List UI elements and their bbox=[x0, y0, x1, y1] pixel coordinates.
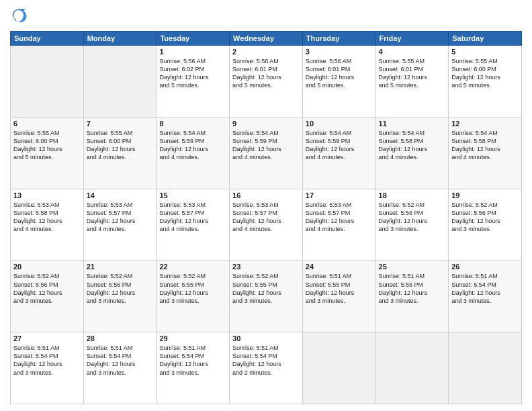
cell-info: Sunrise: 5:54 AM Sunset: 5:59 PM Dayligh… bbox=[306, 129, 373, 162]
cell-info: Sunrise: 5:52 AM Sunset: 5:56 PM Dayligh… bbox=[87, 272, 154, 305]
cell-info: Sunrise: 5:53 AM Sunset: 5:58 PM Dayligh… bbox=[13, 201, 81, 234]
cell-info: Sunrise: 5:54 AM Sunset: 5:59 PM Dayligh… bbox=[159, 129, 226, 162]
cell-info: Sunrise: 5:56 AM Sunset: 6:01 PM Dayligh… bbox=[306, 57, 373, 90]
day-number: 7 bbox=[87, 120, 154, 128]
calendar-cell: 15Sunrise: 5:53 AM Sunset: 5:57 PM Dayli… bbox=[157, 189, 230, 261]
calendar-cell bbox=[11, 46, 84, 118]
day-number: 11 bbox=[379, 120, 446, 128]
day-number: 9 bbox=[232, 120, 300, 128]
calendar-cell: 27Sunrise: 5:51 AM Sunset: 5:54 PM Dayli… bbox=[11, 332, 84, 404]
cell-info: Sunrise: 5:51 AM Sunset: 5:55 PM Dayligh… bbox=[306, 272, 373, 305]
calendar-cell: 14Sunrise: 5:53 AM Sunset: 5:57 PM Dayli… bbox=[83, 189, 157, 261]
cell-info: Sunrise: 5:54 AM Sunset: 5:59 PM Dayligh… bbox=[232, 129, 300, 162]
calendar-cell: 10Sunrise: 5:54 AM Sunset: 5:59 PM Dayli… bbox=[302, 117, 375, 189]
calendar-cell: 11Sunrise: 5:54 AM Sunset: 5:58 PM Dayli… bbox=[375, 117, 449, 189]
day-number: 30 bbox=[232, 334, 300, 342]
calendar-cell: 5Sunrise: 5:55 AM Sunset: 6:00 PM Daylig… bbox=[449, 46, 522, 118]
day-number: 25 bbox=[379, 263, 446, 271]
calendar-cell: 13Sunrise: 5:53 AM Sunset: 5:58 PM Dayli… bbox=[11, 189, 84, 261]
calendar-cell: 7Sunrise: 5:55 AM Sunset: 6:00 PM Daylig… bbox=[83, 117, 157, 189]
day-number: 2 bbox=[232, 48, 300, 56]
calendar-cell: 6Sunrise: 5:55 AM Sunset: 6:00 PM Daylig… bbox=[11, 117, 84, 189]
calendar-cell: 17Sunrise: 5:53 AM Sunset: 5:57 PM Dayli… bbox=[302, 189, 375, 261]
day-number: 18 bbox=[379, 191, 446, 199]
calendar-cell: 19Sunrise: 5:52 AM Sunset: 5:56 PM Dayli… bbox=[449, 189, 522, 261]
cell-info: Sunrise: 5:52 AM Sunset: 5:56 PM Dayligh… bbox=[379, 201, 446, 234]
day-number: 3 bbox=[306, 48, 373, 56]
calendar-cell bbox=[83, 46, 157, 118]
day-header: Sunday bbox=[11, 32, 84, 46]
day-header: Tuesday bbox=[157, 32, 230, 46]
header bbox=[10, 7, 522, 26]
cell-info: Sunrise: 5:56 AM Sunset: 6:01 PM Dayligh… bbox=[232, 57, 300, 90]
day-number: 21 bbox=[87, 263, 154, 271]
day-number: 4 bbox=[379, 48, 446, 56]
calendar-cell bbox=[375, 332, 449, 404]
calendar-cell: 30Sunrise: 5:51 AM Sunset: 5:54 PM Dayli… bbox=[230, 332, 303, 404]
cell-info: Sunrise: 5:51 AM Sunset: 5:54 PM Dayligh… bbox=[87, 344, 154, 377]
day-header: Saturday bbox=[449, 32, 522, 46]
cell-info: Sunrise: 5:54 AM Sunset: 5:58 PM Dayligh… bbox=[379, 129, 446, 162]
cell-info: Sunrise: 5:53 AM Sunset: 5:57 PM Dayligh… bbox=[159, 201, 226, 234]
cell-info: Sunrise: 5:51 AM Sunset: 5:54 PM Dayligh… bbox=[232, 344, 300, 377]
cell-info: Sunrise: 5:52 AM Sunset: 5:55 PM Dayligh… bbox=[159, 272, 226, 305]
cell-info: Sunrise: 5:52 AM Sunset: 5:56 PM Dayligh… bbox=[13, 272, 81, 305]
calendar-cell: 12Sunrise: 5:54 AM Sunset: 5:58 PM Dayli… bbox=[449, 117, 522, 189]
day-number: 15 bbox=[159, 191, 226, 199]
cell-info: Sunrise: 5:55 AM Sunset: 6:01 PM Dayligh… bbox=[379, 57, 446, 90]
cell-info: Sunrise: 5:54 AM Sunset: 5:58 PM Dayligh… bbox=[451, 129, 519, 162]
day-number: 10 bbox=[306, 120, 373, 128]
calendar-table: SundayMondayTuesdayWednesdayThursdayFrid… bbox=[10, 31, 522, 404]
calendar-cell: 21Sunrise: 5:52 AM Sunset: 5:56 PM Dayli… bbox=[83, 261, 157, 332]
calendar-week-row: 27Sunrise: 5:51 AM Sunset: 5:54 PM Dayli… bbox=[11, 332, 522, 404]
day-number: 13 bbox=[13, 191, 81, 199]
cell-info: Sunrise: 5:56 AM Sunset: 6:02 PM Dayligh… bbox=[159, 57, 226, 90]
calendar-cell: 29Sunrise: 5:51 AM Sunset: 5:54 PM Dayli… bbox=[157, 332, 230, 404]
calendar-header-row: SundayMondayTuesdayWednesdayThursdayFrid… bbox=[11, 32, 522, 46]
day-number: 29 bbox=[159, 334, 226, 342]
day-number: 14 bbox=[87, 191, 154, 199]
day-number: 8 bbox=[159, 120, 226, 128]
calendar-week-row: 1Sunrise: 5:56 AM Sunset: 6:02 PM Daylig… bbox=[11, 46, 522, 118]
day-header: Friday bbox=[375, 32, 449, 46]
calendar-cell: 24Sunrise: 5:51 AM Sunset: 5:55 PM Dayli… bbox=[302, 261, 375, 332]
calendar-cell: 22Sunrise: 5:52 AM Sunset: 5:55 PM Dayli… bbox=[157, 261, 230, 332]
calendar-week-row: 20Sunrise: 5:52 AM Sunset: 5:56 PM Dayli… bbox=[11, 261, 522, 332]
calendar-cell bbox=[302, 332, 375, 404]
day-number: 26 bbox=[451, 263, 519, 271]
calendar-cell: 26Sunrise: 5:51 AM Sunset: 5:54 PM Dayli… bbox=[449, 261, 522, 332]
calendar-cell: 1Sunrise: 5:56 AM Sunset: 6:02 PM Daylig… bbox=[157, 46, 230, 118]
calendar-cell: 28Sunrise: 5:51 AM Sunset: 5:54 PM Dayli… bbox=[83, 332, 157, 404]
cell-info: Sunrise: 5:52 AM Sunset: 5:55 PM Dayligh… bbox=[232, 272, 300, 305]
day-number: 16 bbox=[232, 191, 300, 199]
page: SundayMondayTuesdayWednesdayThursdayFrid… bbox=[0, 0, 532, 411]
day-number: 20 bbox=[13, 263, 81, 271]
calendar-cell bbox=[449, 332, 522, 404]
day-number: 19 bbox=[451, 191, 519, 199]
day-number: 12 bbox=[451, 120, 519, 128]
calendar-cell: 18Sunrise: 5:52 AM Sunset: 5:56 PM Dayli… bbox=[375, 189, 449, 261]
cell-info: Sunrise: 5:55 AM Sunset: 6:00 PM Dayligh… bbox=[451, 57, 519, 90]
logo-icon bbox=[10, 7, 29, 26]
calendar-cell: 25Sunrise: 5:51 AM Sunset: 5:55 PM Dayli… bbox=[375, 261, 449, 332]
calendar-cell: 2Sunrise: 5:56 AM Sunset: 6:01 PM Daylig… bbox=[230, 46, 303, 118]
cell-info: Sunrise: 5:51 AM Sunset: 5:54 PM Dayligh… bbox=[159, 344, 226, 377]
calendar-cell: 16Sunrise: 5:53 AM Sunset: 5:57 PM Dayli… bbox=[230, 189, 303, 261]
day-header: Wednesday bbox=[230, 32, 303, 46]
day-number: 6 bbox=[13, 120, 81, 128]
calendar-cell: 3Sunrise: 5:56 AM Sunset: 6:01 PM Daylig… bbox=[302, 46, 375, 118]
cell-info: Sunrise: 5:53 AM Sunset: 5:57 PM Dayligh… bbox=[306, 201, 373, 234]
day-header: Thursday bbox=[302, 32, 375, 46]
day-number: 27 bbox=[13, 334, 81, 342]
cell-info: Sunrise: 5:55 AM Sunset: 6:00 PM Dayligh… bbox=[87, 129, 154, 162]
cell-info: Sunrise: 5:51 AM Sunset: 5:54 PM Dayligh… bbox=[13, 344, 81, 377]
calendar-cell: 4Sunrise: 5:55 AM Sunset: 6:01 PM Daylig… bbox=[375, 46, 449, 118]
calendar-cell: 20Sunrise: 5:52 AM Sunset: 5:56 PM Dayli… bbox=[11, 261, 84, 332]
cell-info: Sunrise: 5:51 AM Sunset: 5:54 PM Dayligh… bbox=[451, 272, 519, 305]
day-number: 23 bbox=[232, 263, 300, 271]
calendar-week-row: 13Sunrise: 5:53 AM Sunset: 5:58 PM Dayli… bbox=[11, 189, 522, 261]
day-header: Monday bbox=[83, 32, 157, 46]
day-number: 22 bbox=[159, 263, 226, 271]
calendar-cell: 23Sunrise: 5:52 AM Sunset: 5:55 PM Dayli… bbox=[230, 261, 303, 332]
day-number: 5 bbox=[451, 48, 519, 56]
